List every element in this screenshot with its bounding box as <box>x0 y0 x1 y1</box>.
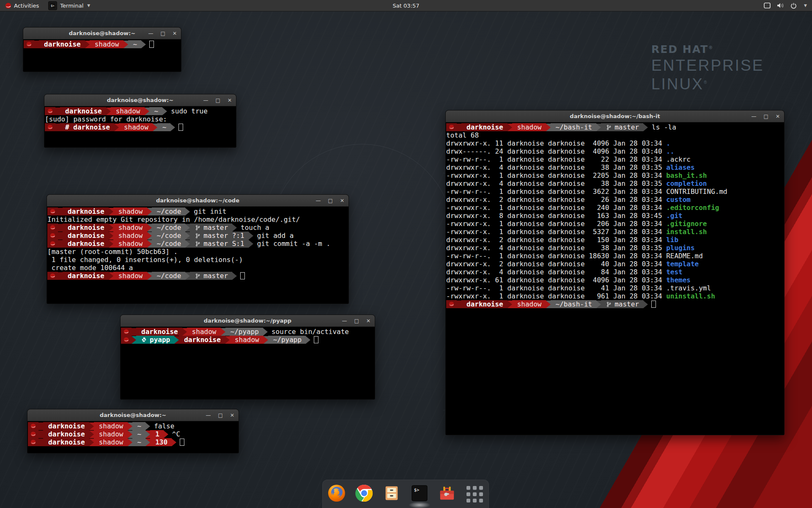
powerline-separator <box>546 124 551 131</box>
powerline-separator <box>109 272 113 280</box>
terminal-prompt-line: darknoiseshadow~130 <box>28 438 239 446</box>
powerline-separator <box>174 336 179 344</box>
file-attributes: -rwxrwxr-x. 1 darknoise darknoise 2205 J… <box>446 171 666 179</box>
prompt-segment-hat <box>47 240 58 248</box>
powerline-separator <box>643 124 648 131</box>
prompt-segment-host: shadow <box>94 422 128 430</box>
minimize-button[interactable]: — <box>752 114 757 119</box>
prompt-segment-host: shadow <box>113 207 147 215</box>
prompt-segment-label: ~ <box>137 430 142 438</box>
window-controls: —□✕ <box>203 94 232 106</box>
dock-item-toolbox[interactable] <box>437 484 456 504</box>
window-titlebar[interactable]: darknoise@shadow:~/pyapp—□✕ <box>121 315 375 327</box>
close-button[interactable]: ✕ <box>366 318 370 323</box>
powerline-separator <box>508 124 512 131</box>
prompt-segment-label: # darknoise <box>65 123 110 131</box>
window-titlebar[interactable]: darknoise@shadow:~/bash-it—□✕ <box>446 110 784 122</box>
window-titlebar[interactable]: darknoise@shadow:~—□✕ <box>44 94 236 106</box>
file-attributes: drwxrwxr-x. 11 darknoise darknoise 4096 … <box>446 139 666 147</box>
powerline-separator <box>145 108 149 115</box>
close-button[interactable]: ✕ <box>228 98 232 103</box>
prompt-segment-hat <box>45 107 55 115</box>
maximize-button[interactable]: □ <box>161 31 165 36</box>
file-list-row: -rw-rw-r--. 1 darknoise darknoise 18630 … <box>446 252 784 260</box>
close-button[interactable]: ✕ <box>340 198 344 203</box>
terminal-content[interactable]: darknoiseshadow~sudo true[sudo] password… <box>44 106 236 147</box>
file-attributes: -rw-rw-r--. 1 darknoise darknoise 18630 … <box>446 252 666 260</box>
minimize-button[interactable]: — <box>316 198 321 203</box>
prompt-segment-path: ~/pyapp <box>225 328 263 336</box>
powerline-separator <box>128 439 132 446</box>
prompt-segment-hat <box>45 123 55 131</box>
file-list-row: drwxrwxr-x. 2 darknoise darknoise 40 Jan… <box>446 260 784 268</box>
prompt-segment-exit: 1 <box>150 430 164 438</box>
prompt-segment-user: darknoise <box>43 430 89 438</box>
minimize-button[interactable]: — <box>203 98 208 103</box>
clock[interactable]: Sat 03:57 <box>393 3 420 9</box>
maximize-button[interactable]: □ <box>328 198 333 203</box>
file-attributes: drwxrwxr-x. 4 darknoise darknoise 38 Jan… <box>446 163 666 171</box>
command-text: source bin/activate <box>268 328 349 336</box>
redhat-fedora-icon <box>30 439 36 445</box>
file-name: uninstall.sh <box>666 292 715 300</box>
minimize-button[interactable]: — <box>148 31 154 36</box>
powerline-separator <box>34 41 39 48</box>
powerline-separator <box>147 240 152 248</box>
terminal-prompt-line: darknoiseshadow~/bash-itmasterls -la <box>446 123 784 131</box>
rhel-wallpaper-logo: RED HAT® ENTERPRISE LINUX® <box>651 44 764 92</box>
prompt-segment-host: shadow <box>187 328 221 336</box>
redhat-fedora-icon <box>123 329 129 334</box>
terminal-cursor <box>149 41 154 48</box>
prompt-segment-host: shadow <box>113 272 147 280</box>
file-attributes: -rwxrwxr-x. 1 darknoise darknoise 206 Ja… <box>446 220 666 228</box>
terminal-content[interactable]: darknoiseshadow~/pyappsource bin/activat… <box>121 327 375 399</box>
terminal-content[interactable]: darknoiseshadow~ <box>23 39 181 72</box>
terminal-content[interactable]: darknoiseshadow~falsedarknoiseshadow~1^C… <box>27 421 239 453</box>
dock-item-firefox[interactable] <box>327 484 346 504</box>
file-list-row: drwxrwxr-x. 2 darknoise darknoise 150 Ja… <box>446 236 784 244</box>
powerline-separator <box>185 272 190 280</box>
window-titlebar[interactable]: darknoise@shadow:~—□✕ <box>23 28 181 39</box>
prompt-segment-label: ~/bash-it <box>556 123 593 131</box>
maximize-button[interactable]: □ <box>764 114 768 119</box>
maximize-button[interactable]: □ <box>218 413 223 418</box>
prompt-segment-label: master <box>203 224 228 232</box>
activities-button[interactable]: Activities <box>0 0 44 11</box>
prompt-segment-user: darknoise <box>179 336 225 344</box>
powerline-separator <box>109 208 113 215</box>
terminal-cursor <box>180 439 184 446</box>
file-list-row: drwxrwxr-x. 4 darknoise darknoise 38 Jan… <box>446 179 784 188</box>
prompt-segment-label: ~/code <box>157 224 181 232</box>
powerline-separator <box>147 208 152 215</box>
maximize-button[interactable]: □ <box>354 318 359 323</box>
powerline-separator <box>596 124 601 131</box>
system-status-area[interactable]: ▼ <box>764 0 812 11</box>
dock-item-chrome[interactable] <box>354 484 373 504</box>
terminal-prompt-line: darknoiseshadow~/codemastertouch a <box>47 224 348 232</box>
close-button[interactable]: ✕ <box>230 413 234 418</box>
powerline-separator <box>58 232 63 240</box>
close-button[interactable]: ✕ <box>776 114 780 119</box>
file-name: .ackrc <box>666 155 691 163</box>
window-titlebar[interactable]: darknoise@shadow:~—□✕ <box>27 409 239 421</box>
minimize-button[interactable]: — <box>342 318 347 323</box>
prompt-segment-hat <box>47 224 58 232</box>
dock-item-files[interactable] <box>382 484 401 504</box>
maximize-button[interactable]: □ <box>216 98 220 103</box>
app-menu-terminal[interactable]: $> Terminal ▼ <box>44 0 94 11</box>
prompt-segment-host: shadow <box>230 336 263 344</box>
file-attributes: -rw-rw-r--. 1 darknoise darknoise 22 Jan… <box>446 155 666 163</box>
close-button[interactable]: ✕ <box>173 31 177 36</box>
terminal-prompt-line: darknoiseshadow~ <box>24 40 181 48</box>
terminal-content[interactable]: darknoiseshadow~/codegit initInitialized… <box>47 207 348 304</box>
file-name: README.md <box>666 252 703 260</box>
terminal-content[interactable]: darknoiseshadow~/bash-itmasterls -latota… <box>446 122 784 435</box>
minimize-button[interactable]: — <box>206 413 211 418</box>
window-titlebar[interactable]: darknoise@shadow:~/code—□✕ <box>47 195 348 207</box>
prompt-segment-host: shadow <box>94 430 128 438</box>
prompt-segment-label: shadow <box>235 336 259 344</box>
dock-item-terminal[interactable]: $> <box>410 484 429 504</box>
command-text: ^C <box>168 430 180 438</box>
terminal-icon: $> <box>411 484 428 504</box>
dock-item-app-grid[interactable] <box>465 484 484 504</box>
